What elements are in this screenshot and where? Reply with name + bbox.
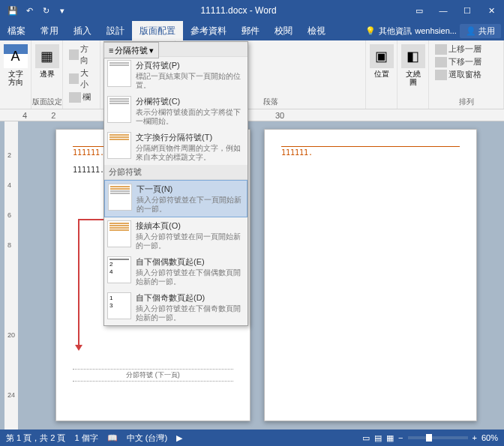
view-read-icon[interactable]: ▭ <box>362 433 370 443</box>
orientation-button[interactable]: 方向 <box>68 43 95 67</box>
columns-icon <box>69 92 81 103</box>
horizontal-ruler[interactable]: 4224681030 <box>0 109 504 121</box>
text-direction-icon: A <box>4 44 28 68</box>
forward-icon <box>435 44 447 55</box>
tab-home[interactable]: 常用 <box>33 21 66 40</box>
chevron-down-icon: ▾ <box>149 46 154 55</box>
text-direction-button[interactable]: A 文字方向 <box>4 43 26 88</box>
zoom-in-icon[interactable]: + <box>472 433 477 442</box>
dd-item-column-break[interactable]: 分欄符號(C)表示分欄符號後面的文字將從下一欄開始。 <box>104 93 248 129</box>
wrap-button[interactable]: ◧文繞圖 <box>402 43 424 88</box>
text-wrap-icon <box>107 132 131 159</box>
view-print-icon[interactable]: ▤ <box>374 433 382 443</box>
bring-forward-button[interactable]: 上移一層 <box>434 43 499 55</box>
save-icon[interactable]: 💾 <box>6 4 20 17</box>
tell-me-label[interactable]: 其他資訊 <box>379 25 412 37</box>
status-bar: 第 1 頁，共 2 頁 1 個字 📖 中文 (台灣) ▶ ▭ ▤ ▦ − + 6… <box>0 430 504 446</box>
margins-icon: ▦ <box>35 44 59 68</box>
language-label[interactable]: 中文 (台灣) <box>127 433 167 444</box>
zoom-level[interactable]: 60% <box>482 433 498 442</box>
size-icon <box>69 73 79 84</box>
user-label[interactable]: wenhsien... <box>415 26 457 35</box>
continuous-icon <box>107 220 131 247</box>
tab-layout[interactable]: 版面配置 <box>132 21 183 40</box>
selection-pane-button[interactable]: 選取窗格 <box>434 68 499 81</box>
maximize-icon[interactable]: ☐ <box>456 0 478 21</box>
wrap-icon: ◧ <box>401 44 425 68</box>
qat-more-icon[interactable]: ▾ <box>56 4 69 17</box>
column-break-icon <box>107 96 131 123</box>
next-page-icon <box>108 184 132 211</box>
tab-references[interactable]: 參考資料 <box>183 21 234 40</box>
dd-item-next-page[interactable]: 下一頁(N)插入分節符號並在下一頁開始新的一節。 <box>104 180 248 217</box>
document-area[interactable]: 24682024 111111. 111111. 分節符號 (下一頁) 1111… <box>0 121 504 430</box>
dd-item-text-wrap-break[interactable]: 文字換行分隔符號(T)分隔網頁物件周圍的文字，例如來自本文的標題文字。 <box>104 129 248 165</box>
breaks-dropdown-menu: 分頁符號 分頁符號(P)標記一頁結束與下一頁開始的位置。 分欄符號(C)表示分欄… <box>104 41 248 326</box>
select-pane-icon <box>435 70 447 80</box>
tab-insert[interactable]: 插入 <box>66 21 99 40</box>
word-count[interactable]: 1 個字 <box>74 433 98 444</box>
send-backward-button[interactable]: 下移一層 <box>434 55 499 68</box>
size-button[interactable]: 大小 <box>68 67 95 91</box>
vertical-ruler[interactable]: 24682024 <box>4 121 18 430</box>
share-button[interactable]: 👤 共用 <box>460 24 501 38</box>
dd-item-continuous[interactable]: 接續本頁(O)插入分節符號並在同一頁開始新的一節。 <box>104 217 248 253</box>
header-text-2: 111111. <box>281 148 460 157</box>
dd-item-even-page[interactable]: 24 自下個偶數頁起(E)插入分節符號並在下個偶數頁開始新的一節。 <box>104 253 248 289</box>
breaks-icon: ≡ <box>109 46 113 55</box>
window-title: 11111.docx - Word <box>69 5 408 16</box>
title-bar: 💾 ↶ ↻ ▾ 11111.docx - Word ▭ — ☐ ✕ <box>0 0 504 21</box>
ribbon-options-icon[interactable]: ▭ <box>408 0 430 21</box>
page-count[interactable]: 第 1 頁，共 2 頁 <box>6 433 65 444</box>
even-page-icon: 24 <box>107 256 131 283</box>
tell-me-icon[interactable]: 💡 <box>365 26 376 36</box>
section-break-marker: 分節符號 (下一頁) <box>73 369 233 382</box>
dd-item-odd-page[interactable]: 13 自下個奇數頁起(D)插入分節符號並在下個奇數頁開始新的一節。 <box>104 289 248 325</box>
page-2[interactable]: 111111. <box>264 129 477 421</box>
spell-check-icon[interactable]: 📖 <box>107 433 118 443</box>
backward-icon <box>435 57 447 67</box>
tab-file[interactable]: 檔案 <box>0 21 33 40</box>
tab-review[interactable]: 校閱 <box>267 21 300 40</box>
breaks-dropdown-button[interactable]: ≡分隔符號▾ <box>104 42 159 58</box>
undo-icon[interactable]: ↶ <box>22 4 36 17</box>
view-web-icon[interactable]: ▦ <box>386 433 394 443</box>
close-icon[interactable]: ✕ <box>480 0 502 21</box>
ribbon: A 文字方向 ▦ 邊界 版面設定 方向 大小 欄 縮排 間距 ⬆ 0 行 ⬇ 0… <box>0 40 504 109</box>
page-break-icon <box>107 60 131 87</box>
tab-mailings[interactable]: 郵件 <box>234 21 267 40</box>
redo-icon[interactable]: ↻ <box>39 4 52 17</box>
columns-button[interactable]: 欄 <box>68 91 95 103</box>
group-page-setup: 版面設定 <box>32 97 62 107</box>
tab-design[interactable]: 設計 <box>99 21 132 40</box>
margins-button[interactable]: ▦ 邊界 <box>36 43 58 79</box>
zoom-slider[interactable] <box>408 436 468 439</box>
macro-icon[interactable]: ▶ <box>176 433 182 443</box>
position-button[interactable]: ▣位置 <box>370 43 392 79</box>
minimize-icon[interactable]: — <box>432 0 454 21</box>
dd-item-page-break[interactable]: 分頁符號(P)標記一頁結束與下一頁開始的位置。 <box>104 57 248 93</box>
group-arrange: 排列 <box>429 97 503 107</box>
zoom-out-icon[interactable]: − <box>398 433 403 442</box>
menu-bar: 檔案 常用 插入 設計 版面配置 參考資料 郵件 校閱 檢視 💡 其他資訊 we… <box>0 21 504 40</box>
odd-page-icon: 13 <box>107 292 131 319</box>
position-icon: ▣ <box>370 44 394 68</box>
tab-view[interactable]: 檢視 <box>300 21 333 40</box>
orientation-icon <box>69 49 79 60</box>
dd-section-section-breaks: 分節符號 <box>104 165 248 180</box>
